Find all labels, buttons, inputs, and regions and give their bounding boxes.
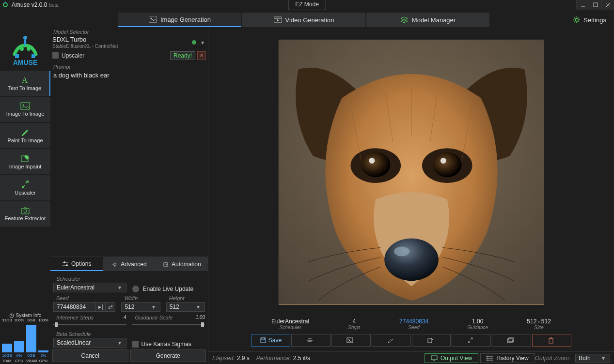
settings-button[interactable]: Settings	[568, 13, 611, 27]
subtab-automation[interactable]: Automation	[156, 257, 208, 271]
svg-point-54	[369, 158, 375, 164]
guidance-slider[interactable]	[132, 321, 205, 328]
prompt-input[interactable]: a dog with black ear	[52, 71, 206, 255]
svg-rect-25	[31, 54, 35, 58]
action-image-button[interactable]	[331, 334, 371, 347]
svg-point-57	[394, 246, 409, 256]
sidebar-text-to-image[interactable]: A Text To Image	[0, 71, 50, 96]
output-view-button[interactable]: Output View	[425, 353, 478, 363]
camera-icon	[20, 207, 30, 214]
settings-label: Settings	[583, 16, 606, 24]
chevron-down-icon[interactable]: ▾	[199, 39, 206, 46]
model-selector[interactable]: SDXL Turbo StableDiffusionXL - ControlNe…	[52, 36, 206, 49]
beta-select[interactable]: ScaledLinear▾	[53, 338, 126, 348]
action-edit-button[interactable]	[412, 334, 451, 347]
stack-icon	[400, 16, 408, 23]
svg-rect-66	[507, 339, 512, 343]
expand-icon	[20, 180, 30, 189]
steps-label: Inference Steps	[56, 315, 94, 320]
svg-point-55	[440, 158, 446, 164]
tab-image-label: Image Generation	[160, 16, 211, 23]
svg-point-11	[575, 18, 578, 21]
zoom-label: Output Zoom:	[535, 355, 570, 362]
edit-icon	[427, 337, 434, 344]
gear-icon	[111, 261, 118, 267]
elapsed-label: Elapsed:	[212, 355, 235, 362]
brush-icon	[20, 128, 30, 136]
unload-model-button[interactable]: ✕	[197, 51, 206, 60]
close-window-button[interactable]	[601, 0, 614, 10]
svg-point-0	[3, 3, 7, 7]
svg-point-21	[27, 47, 31, 51]
sidebar-label: Image Inpaint	[9, 164, 42, 169]
sidebar-label: Feature Extractor	[5, 215, 46, 221]
expand-icon	[467, 337, 474, 344]
svg-rect-71	[431, 356, 437, 360]
svg-point-23	[23, 36, 27, 40]
seed-label: Seed	[56, 295, 115, 301]
sidebar-feature-extractor[interactable]: Feature Extractor	[0, 201, 50, 227]
result-size: 512 x 512	[527, 318, 551, 325]
svg-rect-59	[262, 338, 265, 340]
svg-point-39	[66, 264, 67, 266]
tab-video-generation[interactable]: Video Generation	[242, 13, 365, 27]
generate-button[interactable]: Generate	[130, 349, 206, 362]
perf-value: 2.5 it/s	[293, 355, 310, 362]
model-status-dot	[192, 40, 196, 45]
robot-icon	[162, 261, 169, 267]
result-guidance: 1.00	[467, 318, 488, 325]
video-icon	[274, 16, 282, 23]
result-seed[interactable]: 774480834	[399, 318, 428, 325]
system-info-panel: System Info 31GB 100% 0GB 100% 16GB 6% 0…	[0, 312, 50, 364]
delete-button[interactable]	[532, 334, 571, 347]
action-expand-button[interactable]	[452, 334, 491, 347]
minimize-button[interactable]	[576, 0, 589, 10]
model-sub: StableDiffusionXL - ControlNet	[52, 44, 192, 49]
steps-slider[interactable]	[53, 321, 126, 328]
svg-point-38	[63, 261, 65, 263]
height-label: Height	[169, 295, 205, 301]
cancel-button[interactable]: Cancel	[52, 349, 128, 362]
sidebar-label: Paint To Image	[7, 137, 43, 143]
action-list-button[interactable]	[291, 334, 331, 347]
subtab-options[interactable]: Options	[50, 257, 103, 271]
svg-rect-24	[15, 54, 19, 58]
amuse-logo: AMUSE	[0, 27, 50, 71]
svg-point-1	[5, 2, 6, 3]
live-update-toggle[interactable]	[132, 286, 139, 292]
gear-icon	[573, 16, 581, 24]
ez-mode-button[interactable]: EZ Mode	[288, 0, 326, 10]
width-select[interactable]: 512▾	[121, 302, 160, 312]
action-brush-button[interactable]	[372, 334, 411, 347]
svg-point-52	[361, 152, 390, 177]
tab-image-generation[interactable]: Image Generation	[118, 13, 241, 27]
upscaler-checkbox[interactable]	[52, 52, 59, 59]
sidebar-image-inpaint[interactable]: Image Inpaint	[0, 149, 50, 174]
seed-skip-icon[interactable]: ▸|	[95, 303, 105, 311]
maximize-button[interactable]	[589, 0, 601, 10]
karras-checkbox[interactable]	[132, 341, 139, 348]
height-select[interactable]: 512▾	[166, 302, 205, 312]
svg-point-32	[24, 210, 27, 212]
result-scheduler: EulerAncestral	[271, 318, 309, 325]
tab-model-manager[interactable]: Model Manager	[366, 13, 489, 27]
svg-rect-3	[594, 3, 598, 7]
svg-point-29	[23, 105, 24, 106]
svg-point-77	[487, 358, 488, 359]
action-gallery-button[interactable]	[492, 334, 531, 347]
elapsed-value: 2.9 s	[237, 355, 250, 362]
generated-image	[279, 40, 544, 305]
seed-shuffle-icon[interactable]: ⇄	[105, 303, 115, 311]
sidebar-upscaler[interactable]: Upscaler	[0, 175, 50, 200]
sidebar-image-to-image[interactable]: Image To Image	[0, 97, 50, 122]
scheduler-select[interactable]: EulerAncestral▾	[53, 283, 126, 292]
zoom-select[interactable]: Both▾	[575, 354, 610, 363]
prompt-label: Prompt	[53, 64, 208, 70]
svg-point-48	[166, 264, 167, 265]
seed-input[interactable]: 774480834 ▸|⇄	[53, 302, 115, 312]
svg-rect-65	[428, 339, 432, 343]
sidebar-paint-to-image[interactable]: Paint To Image	[0, 123, 50, 148]
save-button[interactable]: Save	[251, 334, 290, 347]
history-view-button[interactable]: History View	[480, 353, 535, 363]
subtab-advanced[interactable]: Advanced	[103, 257, 155, 271]
